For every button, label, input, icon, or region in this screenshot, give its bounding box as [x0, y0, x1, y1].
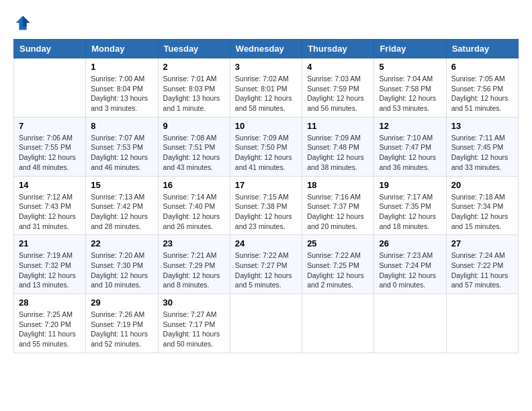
- day-number: 17: [235, 180, 297, 190]
- day-info: Sunrise: 7:03 AMSunset: 7:59 PMDaylight:…: [307, 74, 369, 113]
- calendar-day-cell: 25Sunrise: 7:22 AMSunset: 7:25 PMDayligh…: [302, 235, 374, 294]
- day-info: Sunrise: 7:00 AMSunset: 8:04 PMDaylight:…: [91, 74, 152, 113]
- day-info: Sunrise: 7:05 AMSunset: 7:56 PMDaylight:…: [451, 74, 513, 113]
- day-info: Sunrise: 7:22 AMSunset: 7:27 PMDaylight:…: [235, 250, 297, 290]
- day-info: Sunrise: 7:01 AMSunset: 8:03 PMDaylight:…: [163, 74, 225, 113]
- day-of-week-header: Thursday: [302, 40, 374, 58]
- calendar-day-cell: 21Sunrise: 7:19 AMSunset: 7:32 PMDayligh…: [14, 235, 86, 294]
- calendar-day-cell: [14, 58, 86, 118]
- calendar-day-cell: 14Sunrise: 7:12 AMSunset: 7:43 PMDayligh…: [14, 176, 86, 235]
- day-info: Sunrise: 7:15 AMSunset: 7:38 PMDaylight:…: [235, 192, 297, 232]
- calendar-day-cell: 13Sunrise: 7:11 AMSunset: 7:45 PMDayligh…: [446, 117, 518, 176]
- calendar-day-cell: 7Sunrise: 7:06 AMSunset: 7:55 PMDaylight…: [14, 117, 86, 176]
- day-number: 18: [307, 180, 369, 190]
- day-info: Sunrise: 7:24 AMSunset: 7:22 PMDaylight:…: [451, 250, 513, 290]
- day-info: Sunrise: 7:12 AMSunset: 7:43 PMDaylight:…: [19, 192, 81, 232]
- calendar-week-row: 14Sunrise: 7:12 AMSunset: 7:43 PMDayligh…: [14, 176, 519, 235]
- day-info: Sunrise: 7:21 AMSunset: 7:29 PMDaylight:…: [163, 250, 225, 290]
- calendar-day-cell: 17Sunrise: 7:15 AMSunset: 7:38 PMDayligh…: [230, 176, 302, 235]
- day-info: Sunrise: 7:23 AMSunset: 7:24 PMDaylight:…: [379, 250, 441, 290]
- day-info: Sunrise: 7:14 AMSunset: 7:40 PMDaylight:…: [163, 192, 225, 232]
- day-number: 24: [235, 238, 297, 248]
- calendar-day-cell: 12Sunrise: 7:10 AMSunset: 7:47 PMDayligh…: [374, 117, 446, 176]
- calendar-day-cell: 16Sunrise: 7:14 AMSunset: 7:40 PMDayligh…: [158, 176, 230, 235]
- day-number: 25: [307, 238, 369, 248]
- day-of-week-header: Tuesday: [158, 40, 230, 58]
- day-info: Sunrise: 7:27 AMSunset: 7:17 PMDaylight:…: [163, 310, 225, 349]
- calendar-day-cell: [446, 294, 518, 353]
- calendar-week-row: 7Sunrise: 7:06 AMSunset: 7:55 PMDaylight…: [14, 117, 519, 176]
- day-info: Sunrise: 7:04 AMSunset: 7:58 PMDaylight:…: [379, 74, 441, 113]
- calendar-day-cell: 22Sunrise: 7:20 AMSunset: 7:30 PMDayligh…: [86, 235, 158, 294]
- day-number: 2: [163, 62, 225, 72]
- calendar-day-cell: 5Sunrise: 7:04 AMSunset: 7:58 PMDaylight…: [374, 58, 446, 118]
- day-info: Sunrise: 7:25 AMSunset: 7:20 PMDaylight:…: [19, 310, 81, 349]
- calendar-day-cell: [374, 294, 446, 353]
- calendar-day-cell: 28Sunrise: 7:25 AMSunset: 7:20 PMDayligh…: [14, 294, 86, 353]
- day-info: Sunrise: 7:02 AMSunset: 8:01 PMDaylight:…: [235, 74, 297, 113]
- day-number: 15: [91, 180, 152, 190]
- day-of-week-header: Monday: [86, 40, 158, 58]
- calendar-day-cell: 4Sunrise: 7:03 AMSunset: 7:59 PMDaylight…: [302, 58, 374, 118]
- day-info: Sunrise: 7:11 AMSunset: 7:45 PMDaylight:…: [451, 133, 513, 173]
- day-of-week-header: Saturday: [446, 40, 518, 58]
- day-info: Sunrise: 7:13 AMSunset: 7:42 PMDaylight:…: [91, 192, 152, 232]
- day-number: 20: [451, 180, 513, 190]
- calendar-day-cell: 18Sunrise: 7:16 AMSunset: 7:37 PMDayligh…: [302, 176, 374, 235]
- day-of-week-header: Wednesday: [230, 40, 302, 58]
- svg-marker-1: [23, 16, 30, 27]
- calendar-day-cell: 1Sunrise: 7:00 AMSunset: 8:04 PMDaylight…: [86, 58, 158, 118]
- calendar-day-cell: 19Sunrise: 7:17 AMSunset: 7:35 PMDayligh…: [374, 176, 446, 235]
- calendar-week-row: 21Sunrise: 7:19 AMSunset: 7:32 PMDayligh…: [14, 235, 519, 294]
- day-number: 5: [379, 62, 441, 72]
- calendar-day-cell: 23Sunrise: 7:21 AMSunset: 7:29 PMDayligh…: [158, 235, 230, 294]
- day-number: 8: [91, 121, 152, 131]
- calendar-day-cell: 11Sunrise: 7:09 AMSunset: 7:48 PMDayligh…: [302, 117, 374, 176]
- day-info: Sunrise: 7:17 AMSunset: 7:35 PMDaylight:…: [379, 192, 441, 232]
- day-info: Sunrise: 7:22 AMSunset: 7:25 PMDaylight:…: [307, 250, 369, 290]
- day-info: Sunrise: 7:26 AMSunset: 7:19 PMDaylight:…: [91, 310, 152, 349]
- calendar-day-cell: 10Sunrise: 7:09 AMSunset: 7:50 PMDayligh…: [230, 117, 302, 176]
- calendar-day-cell: 2Sunrise: 7:01 AMSunset: 8:03 PMDaylight…: [158, 58, 230, 118]
- calendar-day-cell: 20Sunrise: 7:18 AMSunset: 7:34 PMDayligh…: [446, 176, 518, 235]
- day-number: 21: [19, 238, 81, 248]
- calendar-day-cell: 6Sunrise: 7:05 AMSunset: 7:56 PMDaylight…: [446, 58, 518, 118]
- day-info: Sunrise: 7:19 AMSunset: 7:32 PMDaylight:…: [19, 250, 81, 290]
- calendar-header-row: SundayMondayTuesdayWednesdayThursdayFrid…: [14, 40, 519, 58]
- calendar-day-cell: [230, 294, 302, 353]
- day-number: 22: [91, 238, 152, 248]
- day-number: 4: [307, 62, 369, 72]
- day-number: 16: [163, 180, 225, 190]
- calendar-day-cell: 29Sunrise: 7:26 AMSunset: 7:19 PMDayligh…: [86, 294, 158, 353]
- day-info: Sunrise: 7:20 AMSunset: 7:30 PMDaylight:…: [91, 250, 152, 290]
- day-number: 27: [451, 238, 513, 248]
- day-number: 11: [307, 121, 369, 131]
- day-number: 29: [91, 298, 152, 308]
- logo-icon: [13, 13, 32, 32]
- day-number: 13: [451, 121, 513, 131]
- calendar-day-cell: 27Sunrise: 7:24 AMSunset: 7:22 PMDayligh…: [446, 235, 518, 294]
- calendar-day-cell: [302, 294, 374, 353]
- day-number: 6: [451, 62, 513, 72]
- day-of-week-header: Friday: [374, 40, 446, 58]
- day-info: Sunrise: 7:10 AMSunset: 7:47 PMDaylight:…: [379, 133, 441, 173]
- day-number: 1: [91, 62, 152, 72]
- calendar-week-row: 1Sunrise: 7:00 AMSunset: 8:04 PMDaylight…: [14, 58, 519, 118]
- calendar-day-cell: 24Sunrise: 7:22 AMSunset: 7:27 PMDayligh…: [230, 235, 302, 294]
- calendar-week-row: 28Sunrise: 7:25 AMSunset: 7:20 PMDayligh…: [14, 294, 519, 353]
- calendar-table: SundayMondayTuesdayWednesdayThursdayFrid…: [13, 39, 519, 353]
- day-info: Sunrise: 7:08 AMSunset: 7:51 PMDaylight:…: [163, 133, 225, 173]
- day-number: 28: [19, 298, 81, 308]
- day-info: Sunrise: 7:16 AMSunset: 7:37 PMDaylight:…: [307, 192, 369, 232]
- day-info: Sunrise: 7:09 AMSunset: 7:50 PMDaylight:…: [235, 133, 297, 173]
- day-number: 30: [163, 298, 225, 308]
- day-number: 14: [19, 180, 81, 190]
- day-info: Sunrise: 7:07 AMSunset: 7:53 PMDaylight:…: [91, 133, 152, 173]
- day-number: 3: [235, 62, 297, 72]
- calendar-day-cell: 30Sunrise: 7:27 AMSunset: 7:17 PMDayligh…: [158, 294, 230, 353]
- day-info: Sunrise: 7:09 AMSunset: 7:48 PMDaylight:…: [307, 133, 369, 173]
- day-number: 10: [235, 121, 297, 131]
- day-of-week-header: Sunday: [14, 40, 86, 58]
- page-header: [13, 13, 519, 32]
- day-number: 12: [379, 121, 441, 131]
